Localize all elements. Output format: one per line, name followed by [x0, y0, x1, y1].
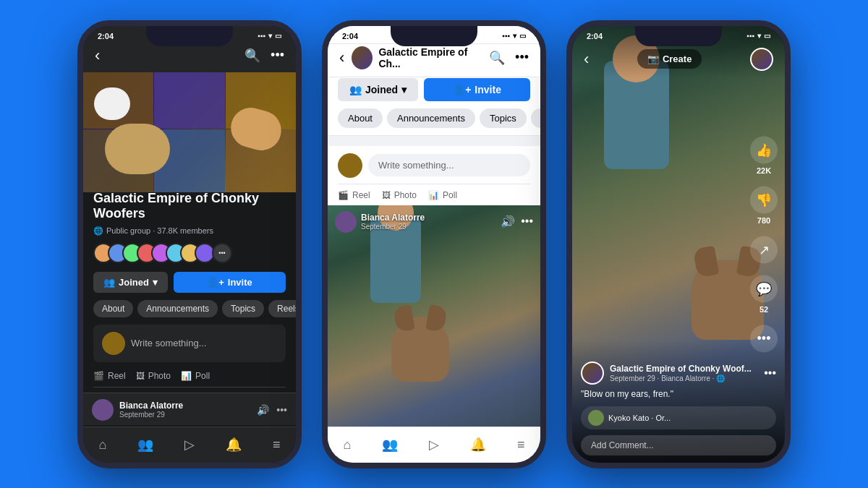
phone2-tab-announcements[interactable]: Announcements [387, 108, 475, 128]
home-icon: ⌂ [98, 437, 106, 453]
video-dog-ear-right [425, 304, 448, 333]
phone3-create-button[interactable]: 📷 Create [637, 49, 702, 69]
phone1-screen: 2:04 ▪▪▪ ▾ ▭ ‹ 🔍 ••• [83, 26, 296, 463]
tab-reels[interactable]: Reels [268, 300, 296, 317]
phone2-search-icon[interactable]: 🔍 [489, 50, 505, 66]
phone1-nav-right: 🔍 ••• [244, 48, 284, 64]
phone2-write-box[interactable]: Write something... [338, 153, 530, 184]
back-button[interactable]: ‹ [95, 46, 100, 65]
group-meta: 🌐 Public group · 37.8K members [93, 226, 286, 236]
video-icons: 🔊 ••• [501, 215, 533, 228]
phone2-status-bar: 2:04 ▪▪▪ ▾ ▭ [328, 26, 540, 44]
phone2-nav-groups[interactable]: 👥 [376, 434, 404, 455]
nav-watch[interactable]: ▷ [179, 434, 200, 455]
dislike-circle[interactable]: 👎 [750, 186, 778, 213]
share-action[interactable]: ↗ [750, 236, 778, 263]
phone3-back-button[interactable]: ‹ [584, 50, 589, 69]
phone2-tab-reels[interactable]: Reels [531, 108, 540, 128]
phone2-back-button[interactable]: ‹ [339, 48, 344, 67]
phone2-nav-menu[interactable]: ≡ [511, 435, 531, 455]
video-thumbnail [328, 205, 540, 427]
camera-icon: 📷 [647, 53, 659, 64]
phone-2: 2:04 ▪▪▪ ▾ ▭ ‹ Galactic Empire of Ch... … [322, 20, 546, 468]
share-circle[interactable]: ↗ [750, 236, 778, 263]
phone1-write-box[interactable]: Write something... [93, 325, 286, 362]
phone1-tab-bar: About Announcements Topics Reels [93, 300, 286, 317]
poll-button[interactable]: 📊 Poll [181, 371, 210, 381]
nav-menu[interactable]: ≡ [267, 435, 286, 455]
phone2-write-section: Write something... 🎬 Reel 🖼 Photo 📊 Poll [328, 146, 540, 208]
phone3-status-icons: ▪▪▪ ▾ ▭ [746, 32, 770, 40]
like-circle[interactable]: 👍 [750, 136, 778, 163]
invite-button[interactable]: 👤+ Invite [174, 272, 286, 293]
more-icon[interactable]: ••• [271, 48, 284, 64]
comment-action[interactable]: 💬 52 [750, 275, 778, 313]
video-poster-info: Bianca Alatorre September 29 [335, 211, 425, 233]
phone2-tab-topics[interactable]: Topics [480, 108, 527, 128]
video-dog-ear-left [393, 304, 415, 333]
phone2-more-icon[interactable]: ••• [515, 50, 529, 66]
phone2-status-icons: ▪▪▪ ▾ ▭ [502, 32, 526, 40]
phone2-invite-button[interactable]: 👤+ Invite [424, 78, 530, 101]
like-action[interactable]: 👍 22K [750, 136, 778, 174]
battery-icon-2: ▭ [519, 32, 526, 40]
phone2-nav-group-info: Galactic Empire of Ch... [352, 46, 482, 69]
phone1-group-info: Galactic Empire of Chonky Woofers 🌐 Publ… [83, 191, 296, 388]
phone2-group-name: Galactic Empire of Ch... [378, 46, 482, 69]
phone2-write-input[interactable]: Write something... [368, 154, 530, 176]
phone2-nav-notifications[interactable]: 🔔 [464, 434, 492, 455]
nav-groups[interactable]: 👥 [132, 434, 159, 455]
phone2-tab-about[interactable]: About [338, 108, 383, 128]
phone2-video-post: Bianca Alatorre September 29 🔊 ••• [328, 205, 540, 427]
phone2-poll-button[interactable]: 📊 Poll [428, 190, 457, 200]
p3-dog-ear-left [692, 246, 718, 278]
bell-icon: 🔔 [226, 437, 242, 453]
phone2-write-placeholder: Write something... [378, 160, 454, 171]
phone1-action-buttons: 👥 Joined ▾ 👤+ Invite [93, 272, 286, 293]
search-icon[interactable]: 🔍 [244, 48, 260, 64]
p3-add-comment-input[interactable]: Add Comment... [581, 435, 776, 455]
phone1-time: 2:04 [98, 32, 114, 40]
phone2-watch-icon: ▷ [429, 437, 439, 453]
phone3-screen: 2:04 ▪▪▪ ▾ ▭ ‹ 📷 Create 👍 22K [572, 26, 785, 463]
post-more-icon[interactable]: ••• [276, 404, 287, 416]
phone1-status-icons: ▪▪▪ ▾ ▭ [258, 32, 281, 40]
phone2-nav-watch[interactable]: ▷ [423, 434, 445, 455]
battery-icon: ▭ [275, 32, 281, 40]
battery-icon-3: ▭ [764, 32, 770, 40]
nav-notifications[interactable]: 🔔 [220, 434, 247, 455]
nav-home[interactable]: ⌂ [93, 435, 112, 455]
tab-about[interactable]: About [93, 300, 133, 317]
phone2-nav-home[interactable]: ⌂ [337, 435, 357, 455]
tab-topics[interactable]: Topics [222, 300, 264, 317]
phone1-status-bar: 2:04 ▪▪▪ ▾ ▭ [83, 26, 296, 43]
phone2-reel-button[interactable]: 🎬 Reel [338, 190, 370, 200]
globe-icon: 🌐 [93, 226, 103, 236]
phone2-user-avatar [338, 153, 362, 178]
reel-button[interactable]: 🎬 Reel [93, 371, 126, 381]
user-avatar [102, 332, 125, 355]
post-author-name: Bianca Alatorre [119, 401, 183, 411]
phone2-nav-right: 🔍 ••• [489, 50, 529, 66]
like-icon: 👍 [756, 142, 772, 158]
signal-icon-2: ▪▪▪ [502, 32, 510, 40]
phone2-action-buttons: 👥 Joined ▾ 👤+ Invite [338, 78, 530, 101]
tab-announcements[interactable]: Announcements [137, 300, 218, 317]
phone3-time: 2:04 [587, 32, 603, 40]
p3-group-info: Galactic Empire of Chonky Woof... Septem… [610, 364, 752, 382]
watch-icon: ▷ [184, 437, 195, 453]
dislike-count: 780 [757, 215, 770, 224]
phone2-photo-button[interactable]: 🖼 Photo [382, 190, 417, 200]
phone3-bottom-overlay: Galactic Empire of Chonky Woof... Septem… [572, 340, 785, 463]
comment-circle[interactable]: 💬 [750, 275, 778, 302]
video-poster-text: Bianca Alatorre September 29 [361, 213, 425, 231]
photo-button[interactable]: 🖼 Photo [136, 371, 171, 381]
phone3-user-avatar[interactable] [750, 48, 773, 71]
photo-icon: 🖼 [136, 371, 145, 381]
joined-button[interactable]: 👥 Joined ▾ [93, 272, 168, 293]
phone2-joined-button[interactable]: 👥 Joined ▾ [338, 78, 418, 101]
dislike-action[interactable]: 👎 780 [750, 186, 778, 224]
video-more-icon[interactable]: ••• [521, 215, 533, 228]
p3-more-button[interactable]: ••• [764, 367, 776, 380]
video-volume-icon[interactable]: 🔊 [501, 215, 515, 228]
